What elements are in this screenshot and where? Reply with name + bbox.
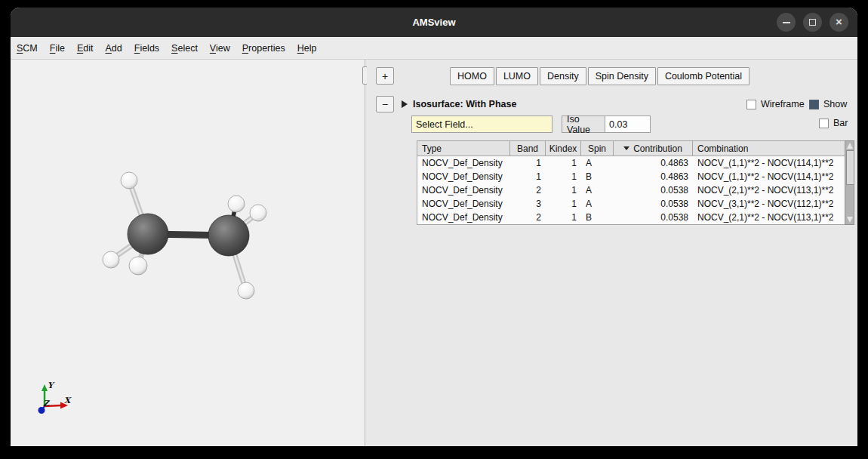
cell-combination: NOCV_(2,1)**2 - NOCV(113,1)**2 bbox=[693, 183, 845, 197]
cell-type: NOCV_Def_Density bbox=[417, 197, 510, 211]
cell-kindex: 1 bbox=[546, 170, 581, 183]
menu-item-scm[interactable]: SCM bbox=[17, 43, 38, 54]
z-axis-dot-icon bbox=[38, 407, 45, 414]
cell-contribution: 0.0538 bbox=[614, 197, 693, 211]
table-row[interactable]: NOCV_Def_Density31A0.0538NOCV_(3,1)**2 -… bbox=[417, 197, 845, 211]
cell-spin: A bbox=[581, 183, 614, 197]
cell-type: NOCV_Def_Density bbox=[417, 211, 510, 224]
molecule-viewport[interactable]: Y X Z bbox=[11, 60, 365, 446]
close-button[interactable]: × bbox=[830, 13, 848, 32]
table-row[interactable]: NOCV_Def_Density21A0.0538NOCV_(2,1)**2 -… bbox=[417, 183, 845, 197]
menu-item-fields[interactable]: Fields bbox=[134, 43, 159, 54]
show-label: Show bbox=[823, 99, 847, 109]
fields-panel: + HOMOLUMODensitySpin DensityCoulomb Pot… bbox=[367, 60, 857, 446]
sort-desc-icon bbox=[623, 146, 629, 150]
hydrogen-atom[interactable] bbox=[103, 251, 119, 268]
ethane-molecule[interactable] bbox=[103, 172, 266, 299]
cell-type: NOCV_Def_Density bbox=[417, 156, 510, 170]
hydrogen-atom[interactable] bbox=[121, 172, 137, 189]
select-field-input[interactable] bbox=[411, 116, 553, 133]
cell-combination: NOCV_(1,1)**2 - NOCV(114,1)**2 bbox=[693, 156, 845, 170]
hydrogen-atom[interactable] bbox=[129, 257, 147, 275]
carbon-atom[interactable] bbox=[128, 214, 168, 254]
table-row[interactable]: NOCV_Def_Density11A0.4863NOCV_(1,1)**2 -… bbox=[417, 156, 845, 170]
column-header-kindex[interactable]: Kindex bbox=[546, 141, 581, 156]
column-header-combination[interactable]: Combination bbox=[693, 141, 845, 156]
preset-tab-lumo[interactable]: LUMO bbox=[496, 67, 538, 85]
cell-contribution: 0.0538 bbox=[614, 211, 693, 224]
hydrogen-atom[interactable] bbox=[250, 205, 266, 221]
cell-spin: A bbox=[581, 197, 614, 211]
scroll-up-button[interactable] bbox=[845, 141, 854, 150]
table-body: NOCV_Def_Density11A0.4863NOCV_(1,1)**2 -… bbox=[417, 156, 845, 224]
x-axis-label: X bbox=[64, 396, 72, 405]
cell-band: 2 bbox=[510, 211, 546, 224]
minimize-button[interactable] bbox=[777, 13, 796, 32]
menubar: SCMFileEditAddFieldsSelectViewProperties… bbox=[11, 37, 857, 60]
carbon-atom[interactable] bbox=[208, 215, 249, 256]
scroll-down-button[interactable] bbox=[845, 215, 854, 224]
table-row[interactable]: NOCV_Def_Density21B0.0538NOCV_(2,1)**2 -… bbox=[417, 211, 845, 224]
cell-contribution: 0.0538 bbox=[614, 183, 693, 197]
add-field-button[interactable]: + bbox=[376, 67, 394, 85]
main-content: Y X Z + HOMOLUMODensitySpin DensityCoulo… bbox=[11, 60, 857, 446]
close-icon: × bbox=[836, 16, 842, 27]
iso-value-label: Iso Value bbox=[562, 116, 605, 133]
scrollbar-thumb[interactable] bbox=[846, 150, 854, 185]
window-controls: × bbox=[777, 8, 848, 37]
expand-caret-icon[interactable] bbox=[402, 100, 408, 108]
y-axis-label: Y bbox=[48, 380, 55, 390]
preset-tab-coulomb-potential[interactable]: Coulomb Potential bbox=[657, 67, 749, 85]
cell-band: 3 bbox=[510, 197, 546, 211]
hydrogen-atom[interactable] bbox=[238, 282, 254, 299]
cell-band: 1 bbox=[510, 170, 546, 183]
preset-tab-density[interactable]: Density bbox=[540, 67, 586, 85]
window-title: AMSview bbox=[412, 17, 455, 28]
field-preset-tabs: HOMOLUMODensitySpin DensityCoulomb Poten… bbox=[450, 67, 749, 85]
preset-tab-spin-density[interactable]: Spin Density bbox=[588, 67, 656, 85]
scroll-down-icon bbox=[847, 217, 853, 223]
menu-item-file[interactable]: File bbox=[50, 43, 65, 54]
column-header-type[interactable]: Type bbox=[417, 141, 510, 156]
cell-spin: A bbox=[581, 156, 614, 170]
scroll-up-icon bbox=[847, 143, 853, 149]
y-axis-arrow-icon bbox=[42, 384, 48, 391]
bar-label: Bar bbox=[833, 118, 848, 128]
cell-kindex: 1 bbox=[546, 197, 581, 211]
wireframe-label: Wireframe bbox=[761, 99, 805, 109]
show-checkbox[interactable] bbox=[809, 100, 819, 109]
cell-combination: NOCV_(1,1)**2 - NOCV(114,1)**2 bbox=[693, 170, 845, 183]
cell-contribution: 0.4863 bbox=[614, 170, 693, 183]
column-header-contribution[interactable]: Contribution bbox=[614, 141, 693, 156]
maximize-button[interactable] bbox=[803, 13, 822, 32]
menu-item-help[interactable]: Help bbox=[297, 43, 317, 54]
menu-item-select[interactable]: Select bbox=[171, 43, 198, 54]
cell-band: 1 bbox=[510, 156, 546, 170]
cell-kindex: 1 bbox=[546, 183, 581, 197]
table-row[interactable]: NOCV_Def_Density11B0.4863NOCV_(1,1)**2 -… bbox=[417, 170, 845, 183]
preset-tab-homo[interactable]: HOMO bbox=[450, 67, 494, 85]
bar-checkbox[interactable] bbox=[819, 119, 829, 128]
cell-combination: NOCV_(3,1)**2 - NOCV(112,1)**2 bbox=[693, 197, 845, 211]
column-header-spin[interactable]: Spin bbox=[581, 141, 614, 156]
column-header-band[interactable]: Band bbox=[510, 141, 546, 156]
titlebar[interactable]: AMSview × bbox=[11, 8, 857, 37]
remove-field-button[interactable]: − bbox=[376, 96, 394, 112]
amsview-window: AMSview × SCMFileEditAddFieldsSelectView… bbox=[11, 8, 857, 446]
molecule-canvas: Y X Z bbox=[11, 60, 365, 446]
menu-item-properties[interactable]: Properties bbox=[242, 43, 285, 54]
iso-value-input[interactable] bbox=[605, 116, 651, 133]
isosurface-title: Isosurface: With Phase bbox=[413, 99, 516, 109]
cell-combination: NOCV_(2,1)**2 - NOCV(113,1)**2 bbox=[693, 211, 845, 224]
cell-type: NOCV_Def_Density bbox=[417, 183, 510, 197]
table-header: TypeBandKindexSpinContributionCombinatio… bbox=[417, 141, 845, 156]
menu-item-edit[interactable]: Edit bbox=[77, 43, 94, 54]
axis-triad: Y X Z bbox=[38, 380, 72, 414]
hydrogen-atom[interactable] bbox=[228, 196, 245, 212]
cell-kindex: 1 bbox=[546, 211, 581, 224]
wireframe-checkbox[interactable] bbox=[746, 100, 756, 109]
menu-item-view[interactable]: View bbox=[210, 43, 230, 54]
table-scrollbar[interactable] bbox=[845, 140, 854, 225]
fields-table: TypeBandKindexSpinContributionCombinatio… bbox=[417, 140, 846, 225]
menu-item-add[interactable]: Add bbox=[106, 43, 122, 54]
